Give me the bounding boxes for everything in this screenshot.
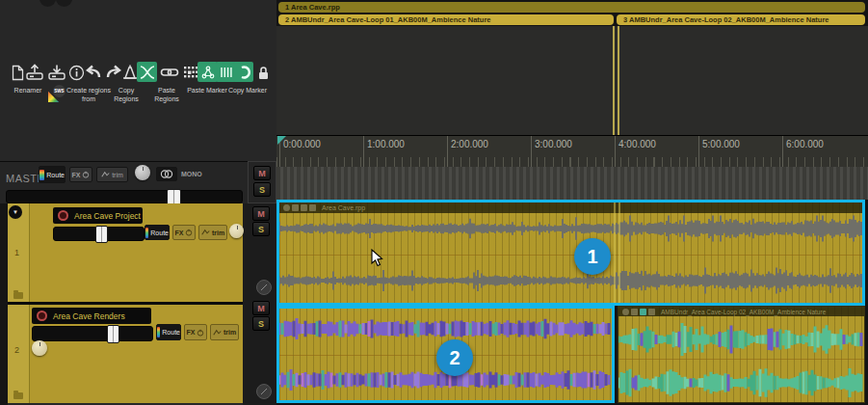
item-props-icon[interactable] — [292, 204, 299, 211]
track2-name-bar[interactable]: Area Cave Renders — [32, 308, 151, 324]
ruler-tick-label: 6:00.000 — [786, 139, 824, 149]
ruler-gridline — [363, 136, 364, 168]
fx-label: FX — [175, 230, 184, 236]
power-icon — [197, 329, 204, 337]
item-fx-icon[interactable] — [301, 204, 307, 211]
master-solo-button[interactable]: S — [253, 182, 271, 197]
track2-number-strip[interactable]: 2 — [8, 305, 30, 403]
toolbar-label-paste-regions: Paste Regions — [146, 86, 187, 103]
track1-panel[interactable]: Area Cave Project Route FX trim — [30, 203, 243, 302]
item-notes-icon[interactable] — [309, 204, 316, 211]
timeline-ruler[interactable]: 0:00.0001:00.0002:00.0003:00.0004:00.000… — [276, 135, 868, 168]
logo-circle-right — [56, 0, 72, 7]
crossfade-icon[interactable] — [137, 62, 157, 82]
master-ms-box: M S — [248, 161, 276, 203]
track2-automation-indicator[interactable] — [256, 384, 272, 399]
ruler-tick-label: 0:00.000 — [283, 139, 321, 149]
master-stereo-button[interactable] — [156, 167, 177, 181]
track1-name-bar[interactable]: Area Cave Project — [53, 207, 143, 224]
envelope-icon — [201, 229, 210, 236]
record-arm-icon[interactable] — [58, 210, 68, 221]
trim-label: trim — [224, 329, 236, 336]
master-mute-button[interactable]: M — [253, 166, 271, 180]
region-bar-loop01[interactable]: 2 AMBUndr_Area Cave-Loop 01_AKB00M_Ambie… — [278, 14, 614, 25]
ruler-gridline — [782, 136, 783, 168]
track1-automation-indicator[interactable] — [256, 280, 272, 295]
item1-header[interactable]: Area Cave.rpp — [279, 202, 862, 213]
marker-loop-icon[interactable] — [233, 62, 253, 82]
item-notes-icon[interactable] — [648, 309, 655, 315]
collapse-arrow-button[interactable]: ▼ — [9, 205, 22, 219]
track1-number: 1 — [14, 248, 19, 257]
track2-mute-button[interactable]: M — [252, 301, 270, 315]
fx-label: FX — [72, 172, 81, 178]
stereo-icon — [160, 170, 173, 178]
track1-volume-fader[interactable] — [53, 227, 145, 241]
track1-fx-button[interactable]: FX — [172, 225, 196, 240]
power-icon — [185, 229, 193, 236]
record-arm-icon[interactable] — [37, 310, 47, 321]
import-tray-icon[interactable] — [47, 63, 66, 82]
item-lock-icon[interactable] — [283, 204, 290, 211]
envelope-icon — [213, 329, 222, 337]
master-route-button[interactable]: Route — [39, 166, 66, 183]
track1-route-button[interactable]: Route — [145, 225, 170, 240]
logo-circle-left — [39, 0, 56, 7]
ruler-tick-label: 4:00.000 — [618, 139, 656, 149]
link-icon[interactable] — [160, 63, 179, 82]
edit-cursor-marker[interactable] — [277, 136, 286, 145]
region-bar-loop02[interactable]: 3 AMBUndr_Area Cave-Loop 02_AKB00M_Ambie… — [617, 14, 865, 25]
master-pan-knob[interactable] — [135, 165, 150, 180]
audio-item-project[interactable]: Area Cave.rpp — [279, 202, 862, 303]
track1-mute-button[interactable]: M — [252, 206, 270, 221]
item3-header[interactable]: AMBUndr_Area Cave-Loop 02_AKB00M_Ambienc… — [618, 307, 864, 316]
ruler-tick-label: 2:00.000 — [451, 139, 488, 149]
fx-label: FX — [187, 329, 196, 336]
left-panel: Renamer SWS Create regions from Copy Reg… — [0, 0, 276, 405]
peaks-overview-strip[interactable] — [276, 167, 868, 200]
audio-item-render-loop02[interactable]: AMBUndr_Area Cave-Loop 02_AKB00M_Ambienc… — [618, 306, 865, 403]
ruler-gridline — [615, 136, 616, 168]
track2-number: 2 — [14, 345, 19, 355]
region-boundary-line — [614, 202, 616, 303]
track2-volume-fader[interactable] — [32, 326, 153, 341]
trim-label: trim — [212, 230, 224, 236]
export-tray-icon[interactable] — [25, 63, 44, 82]
master-fx-button[interactable]: FX — [69, 167, 92, 182]
annotation-badge-1: 1 — [574, 238, 611, 275]
track1-pan-knob[interactable] — [229, 224, 244, 238]
item3-title: AMBUndr_Area Cave-Loop 02_AKB00M_Ambienc… — [661, 309, 826, 315]
arrange-empty-space[interactable] — [276, 26, 868, 135]
track2-panel[interactable]: Area Cave Renders Route FX trim — [30, 305, 243, 403]
new-file-icon[interactable] — [8, 63, 27, 82]
arrange-area: 1 Area Cave.rpp 2 AMBUndr_Area Cave-Loop… — [276, 0, 868, 405]
daw-window: Renamer SWS Create regions from Copy Reg… — [0, 0, 868, 405]
item1-title: Area Cave.rpp — [322, 204, 365, 211]
item-lock-icon[interactable] — [622, 309, 629, 315]
route-icon — [39, 170, 44, 180]
lock-icon[interactable] — [253, 63, 273, 82]
track2-fx-button[interactable]: FX — [184, 324, 207, 340]
toolbar-label-renamer: Renamer — [4, 86, 52, 94]
item-fx-icon[interactable] — [640, 309, 646, 315]
track2-route-button[interactable]: Route — [156, 324, 181, 340]
master-trim-button[interactable]: trim — [96, 167, 128, 182]
undo-icon[interactable] — [83, 63, 102, 82]
track1-fader-handle[interactable] — [95, 226, 108, 243]
ruler-tick-label: 5:00.000 — [702, 139, 740, 149]
folder-icon — [13, 292, 23, 299]
track2-pan-knob[interactable] — [32, 340, 47, 356]
toolbar-label-copy-marker: Copy Marker — [218, 86, 277, 94]
track2-solo-button[interactable]: S — [252, 316, 270, 331]
track1-number-strip[interactable]: 1 — [8, 203, 30, 302]
routing-nodes-icon[interactable] — [197, 62, 218, 82]
power-icon — [82, 171, 90, 178]
track1-solo-button[interactable]: S — [252, 222, 270, 236]
item-props-icon[interactable] — [631, 309, 638, 315]
track2-fader-handle[interactable] — [107, 325, 119, 343]
track2-trim-button[interactable]: trim — [210, 324, 239, 340]
track1-trim-button[interactable]: trim — [198, 225, 227, 240]
region-bar-project[interactable]: 1 Area Cave.rpp — [278, 2, 865, 13]
tcp-left-gutter — [0, 203, 8, 405]
master-volume-fader[interactable] — [6, 190, 243, 203]
